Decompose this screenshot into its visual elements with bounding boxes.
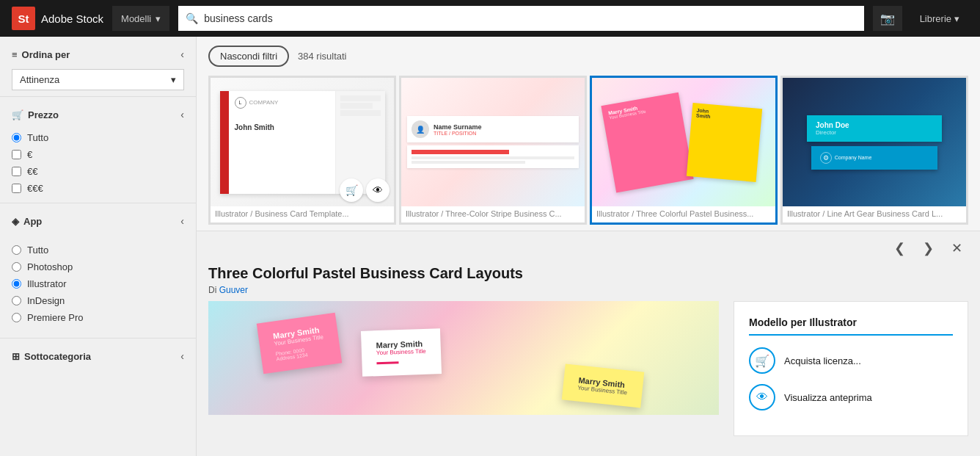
app-option-illustrator[interactable]: Illustrator bbox=[12, 278, 184, 289]
content-topbar: Nascondi filtri 384 risultati bbox=[197, 37, 980, 76]
thumb-1-preview-button[interactable]: 👁 bbox=[366, 178, 390, 202]
subcategory-collapse-icon[interactable]: ‹ bbox=[180, 350, 184, 362]
camera-icon: 📷 bbox=[880, 12, 895, 26]
price-label-three: €€€ bbox=[27, 183, 43, 194]
thumbnail-2[interactable]: 👤 Name Surname TITLE / POSITION bbox=[399, 76, 587, 225]
librerie-dropdown-icon: ▾ bbox=[954, 13, 959, 24]
thumb-2-title: Three-Color Stripe Business C... bbox=[445, 209, 561, 218]
sort-icon: ≡ bbox=[12, 49, 18, 60]
app-label-indesign: InDesign bbox=[27, 295, 65, 306]
price-icon: 🛒 bbox=[12, 109, 23, 120]
thumb-image-2: 👤 Name Surname TITLE / POSITION bbox=[401, 78, 585, 206]
price-option-three[interactable]: €€€ bbox=[12, 183, 184, 194]
thumbnail-4[interactable]: John Doe Director ⚙ Company Name Illustr… bbox=[780, 76, 968, 225]
app-option-photoshop[interactable]: Photoshop bbox=[12, 261, 184, 272]
buy-icon-circle: 🛒 bbox=[749, 347, 775, 374]
detail-author-link[interactable]: Guuver bbox=[219, 285, 248, 295]
search-type-dropdown[interactable]: Modelli ▾ bbox=[112, 6, 169, 31]
search-icon: 🔍 bbox=[186, 12, 198, 24]
hide-filters-button[interactable]: Nascondi filtri bbox=[208, 46, 289, 67]
price-section-title: 🛒 Prezzo bbox=[12, 109, 59, 120]
adobe-stock-logo-icon: St bbox=[12, 7, 35, 30]
sort-collapse-icon[interactable]: ‹ bbox=[180, 48, 184, 60]
sort-value: Attinenza bbox=[20, 74, 59, 85]
thumb-3-app: Illustrator bbox=[596, 209, 629, 218]
dropdown-arrow-icon: ▾ bbox=[156, 13, 161, 24]
sort-section-header: ≡ Ordina per ‹ bbox=[12, 48, 184, 60]
price-checkbox-three[interactable] bbox=[12, 184, 21, 193]
detail-prev-button[interactable]: ❮ bbox=[888, 237, 911, 259]
logo-text: Adobe Stock bbox=[41, 12, 103, 25]
eye-icon: 👁 bbox=[756, 391, 768, 404]
detail-side: Modello per Illustrator 🛒 Acquista licen… bbox=[734, 301, 968, 436]
sort-dropdown[interactable]: Attinenza ▾ bbox=[12, 69, 184, 90]
detail-close-button[interactable]: ✕ bbox=[946, 237, 968, 259]
detail-title: Three Colorful Pastel Business Card Layo… bbox=[208, 265, 968, 282]
subcategory-section: ⊞ Sottocategoria ‹ bbox=[0, 339, 196, 377]
thumb-1-actions: 🛒 👁 bbox=[340, 178, 390, 202]
app-label-premiere: Premiere Pro bbox=[27, 312, 84, 323]
thumb-3-label: Illustrator / Three Colorful Pastel Busi… bbox=[592, 206, 775, 222]
thumbnail-3[interactable]: Marry Smith Your Business Title John Smi… bbox=[590, 76, 778, 225]
thumbnails-row: L COMPANY John Smith 🛒 bbox=[197, 76, 980, 231]
thumb-1-add-to-cart-button[interactable]: 🛒 bbox=[340, 178, 363, 202]
thumb-1-app: Illustrator bbox=[215, 209, 248, 218]
detail-image-area: Marry Smith Your Business Title Phone: 0… bbox=[208, 301, 719, 436]
sort-section: ≡ Ordina per ‹ Attinenza ▾ bbox=[0, 37, 196, 96]
detail-side-title: Modello per Illustrator bbox=[749, 316, 953, 336]
cart-icon: 🛒 bbox=[755, 354, 769, 368]
detail-action-buy[interactable]: 🛒 Acquista licenza... bbox=[749, 347, 953, 374]
app-radio-illustrator[interactable] bbox=[12, 279, 21, 289]
app-option-tutto[interactable]: Tutto bbox=[12, 245, 184, 256]
price-radio-tutto[interactable] bbox=[12, 133, 21, 142]
main-layout: ≡ Ordina per ‹ Attinenza ▾ 🛒 Prezzo ‹ bbox=[0, 37, 980, 456]
detail-author: Di Guuver bbox=[208, 285, 968, 295]
app-icon: ◈ bbox=[12, 216, 19, 227]
app-options: Tutto Photoshop Illustrator InDesign Pre… bbox=[12, 236, 184, 332]
thumb-2-label: Illustrator / Three-Color Stripe Busines… bbox=[401, 206, 585, 222]
price-options: Tutto € €€ €€€ bbox=[12, 129, 184, 197]
sort-dropdown-arrow-icon: ▾ bbox=[171, 74, 176, 85]
sort-section-title: ≡ Ordina per bbox=[12, 49, 70, 60]
librerie-button[interactable]: Librerie ▾ bbox=[911, 13, 968, 24]
thumb-4-title: Line Art Gear Business Card L... bbox=[827, 209, 943, 218]
camera-search-button[interactable]: 📷 bbox=[873, 6, 902, 31]
price-collapse-icon[interactable]: ‹ bbox=[180, 109, 184, 120]
subcategory-icon: ⊞ bbox=[12, 351, 20, 362]
thumb-2-app: Illustrator bbox=[406, 209, 439, 218]
app-label-tutto: Tutto bbox=[27, 245, 48, 256]
subcategory-section-header: ⊞ Sottocategoria ‹ bbox=[12, 350, 184, 362]
app-option-premiere[interactable]: Premiere Pro bbox=[12, 312, 184, 323]
sidebar: ≡ Ordina per ‹ Attinenza ▾ 🛒 Prezzo ‹ bbox=[0, 37, 197, 456]
subcategory-section-title: ⊞ Sottocategoria bbox=[12, 351, 91, 362]
app-section: ◈ App ‹ Tutto Photoshop Illustrator bbox=[0, 203, 196, 338]
price-option-one[interactable]: € bbox=[12, 149, 184, 160]
app-radio-photoshop[interactable] bbox=[12, 262, 21, 272]
app-label-illustrator: Illustrator bbox=[27, 278, 66, 289]
app-option-indesign[interactable]: InDesign bbox=[12, 295, 184, 306]
price-checkbox-two[interactable] bbox=[12, 167, 21, 176]
detail-nav: ❮ ❯ ✕ bbox=[208, 231, 968, 265]
thumb-3-title: Three Colorful Pastel Business... bbox=[636, 209, 753, 218]
detail-next-button[interactable]: ❯ bbox=[917, 237, 940, 259]
app-radio-indesign[interactable] bbox=[12, 296, 21, 305]
app-radio-tutto[interactable] bbox=[12, 245, 21, 255]
price-checkbox-one[interactable] bbox=[12, 150, 21, 159]
preview-icon-circle: 👁 bbox=[749, 384, 775, 410]
thumb-4-app: Illustrator bbox=[787, 209, 820, 218]
app-collapse-icon[interactable]: ‹ bbox=[180, 215, 184, 227]
app-label-photoshop: Photoshop bbox=[27, 261, 73, 272]
price-option-two[interactable]: €€ bbox=[12, 166, 184, 177]
detail-preview-image: Marry Smith Your Business Title Phone: 0… bbox=[208, 301, 719, 415]
thumbnail-1[interactable]: L COMPANY John Smith 🛒 bbox=[208, 76, 396, 225]
thumb-image-3: Marry Smith Your Business Title John Smi… bbox=[592, 78, 775, 206]
detail-panel: ❮ ❯ ✕ Three Colorful Pastel Business Car… bbox=[197, 231, 980, 456]
app-radio-premiere[interactable] bbox=[12, 313, 21, 322]
detail-action-preview[interactable]: 👁 Visualizza anteprima bbox=[749, 384, 953, 410]
detail-author-prefix: Di bbox=[208, 285, 216, 295]
thumb-image-4: John Doe Director ⚙ Company Name bbox=[783, 78, 966, 206]
librerie-label: Librerie bbox=[920, 13, 951, 24]
search-input[interactable] bbox=[204, 12, 856, 24]
price-option-tutto[interactable]: Tutto bbox=[12, 132, 184, 143]
search-type-label: Modelli bbox=[121, 13, 151, 24]
